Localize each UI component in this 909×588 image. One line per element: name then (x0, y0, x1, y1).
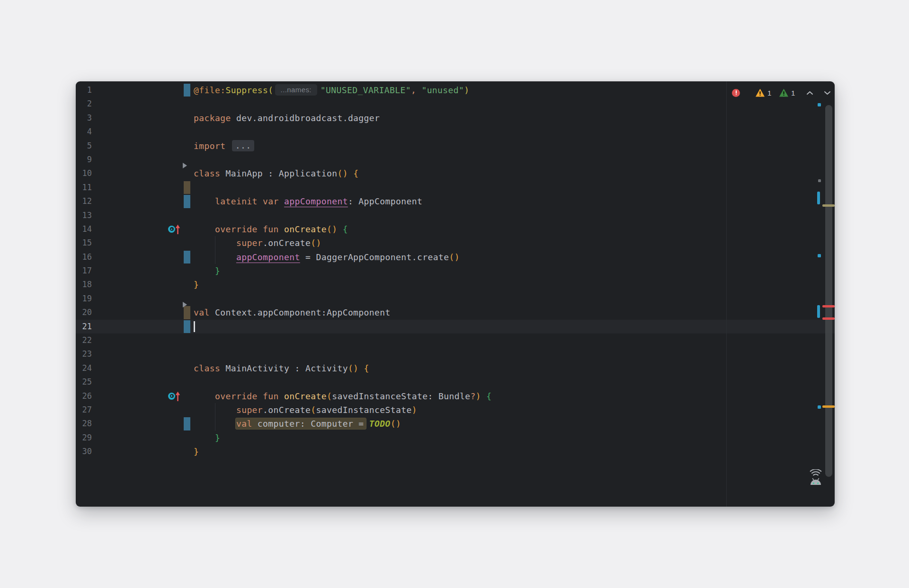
line-number[interactable]: 15 (76, 236, 92, 250)
line-number[interactable]: 5 (76, 139, 92, 153)
code-line[interactable]: 12 lateinit var appComponent: AppCompone… (76, 194, 835, 208)
code-line[interactable]: 2 (76, 97, 835, 111)
code-text[interactable]: super.onCreate() (194, 236, 321, 250)
code-line[interactable]: 22 (76, 333, 835, 347)
vcs-change-marker[interactable] (184, 417, 190, 430)
code-text[interactable]: override fun onCreate(savedInstanceState… (194, 389, 491, 403)
code-line[interactable]: 18} (76, 278, 835, 291)
code-line[interactable]: 17 } (76, 264, 835, 278)
code-line[interactable]: 1@file:Suppress(...names:"UNUSED_VARIABL… (76, 83, 835, 97)
line-number[interactable]: 28 (76, 417, 92, 430)
code-line[interactable]: 30} (76, 445, 835, 458)
line-number[interactable]: 24 (76, 361, 92, 375)
line-number[interactable]: 12 (76, 194, 92, 208)
vcs-change-marker[interactable] (184, 320, 190, 333)
line-number[interactable]: 11 (76, 181, 92, 194)
override-method-icon[interactable] (168, 391, 181, 402)
code-line[interactable]: 15 super.onCreate() (76, 236, 835, 250)
code-line[interactable]: 29 } (76, 431, 835, 445)
change-mark[interactable] (818, 103, 821, 106)
scrollbar-thumb[interactable] (825, 105, 832, 477)
line-number[interactable]: 1 (76, 83, 92, 97)
change-mark[interactable] (818, 254, 821, 257)
code-text[interactable]: lateinit var appComponent: AppComponent (194, 194, 422, 208)
line-number[interactable]: 18 (76, 278, 92, 291)
code-text[interactable]: class MainActivity : Activity() { (194, 361, 369, 375)
folded-imports-placeholder[interactable]: ... (232, 140, 255, 151)
code-line[interactable]: 21 (76, 320, 835, 333)
parameter-name-hint[interactable]: ...names: (275, 84, 317, 96)
chevron-down-icon[interactable] (823, 89, 831, 97)
fold-arrow-icon[interactable] (183, 302, 187, 307)
code-line[interactable]: 11 (76, 181, 835, 194)
line-number[interactable]: 2 (76, 97, 92, 111)
code-text[interactable]: val computer: Computer = TODO() (194, 417, 401, 430)
code-line[interactable]: 3package dev.androidbroadcast.dagger (76, 111, 835, 125)
error-icon[interactable] (732, 89, 740, 97)
warning-count[interactable]: 1 (767, 89, 772, 97)
code-line[interactable]: 26 override fun onCreate(savedInstanceSt… (76, 389, 835, 403)
info-mark[interactable] (818, 179, 821, 182)
line-number[interactable]: 26 (76, 389, 92, 403)
code-text[interactable]: super.onCreate(savedInstanceState) (194, 403, 417, 417)
code-line[interactable]: 10class MainApp : Application() { (76, 167, 835, 180)
code-text[interactable]: val Context.appComponent:AppComponent (194, 306, 391, 319)
inspection-widget[interactable]: 1 1 (732, 87, 831, 99)
warning-mark[interactable] (822, 204, 835, 207)
line-number[interactable]: 23 (76, 347, 92, 361)
code-line[interactable]: 13 (76, 209, 835, 222)
error-mark[interactable] (822, 305, 835, 307)
line-number[interactable]: 17 (76, 264, 92, 278)
line-number[interactable]: 21 (76, 320, 92, 333)
code-text[interactable]: package dev.androidbroadcast.dagger (194, 111, 380, 125)
code-text[interactable]: class MainApp : Application() { (194, 167, 358, 180)
fold-arrow-icon[interactable] (183, 163, 187, 168)
code-line[interactable]: 20val Context.appComponent:AppComponent (76, 306, 835, 319)
line-number[interactable]: 16 (76, 250, 92, 264)
line-number[interactable]: 22 (76, 333, 92, 347)
code-line[interactable]: 14 override fun onCreate() { (76, 222, 835, 236)
line-number[interactable]: 14 (76, 222, 92, 236)
vcs-change-marker[interactable] (184, 251, 190, 263)
error-mark[interactable] (822, 317, 835, 320)
code-line[interactable]: 5import ... (76, 139, 835, 153)
vcs-change-marker[interactable] (184, 84, 190, 97)
code-line[interactable]: 24class MainActivity : Activity() { (76, 361, 835, 375)
line-number[interactable]: 27 (76, 403, 92, 417)
line-number[interactable]: 19 (76, 292, 92, 306)
code-line[interactable]: 9 (76, 153, 835, 167)
vcs-change-marker[interactable] (184, 195, 190, 208)
code-text[interactable]: appComponent = DaggerAppComponent.create… (194, 250, 460, 264)
change-mark[interactable] (817, 305, 820, 318)
code-text[interactable]: } (194, 445, 199, 458)
warning-mark[interactable] (822, 405, 835, 408)
weak-warning-icon[interactable] (779, 89, 788, 97)
line-number[interactable]: 25 (76, 375, 92, 389)
line-number[interactable]: 29 (76, 431, 92, 445)
line-number[interactable]: 4 (76, 125, 92, 139)
line-number[interactable]: 9 (76, 153, 92, 167)
change-mark[interactable] (818, 405, 821, 409)
line-number[interactable]: 10 (76, 167, 92, 180)
change-mark[interactable] (817, 192, 820, 204)
vcs-change-marker[interactable] (184, 306, 190, 319)
code-line[interactable]: 16 appComponent = DaggerAppComponent.cre… (76, 250, 835, 264)
code-text[interactable]: override fun onCreate() { (194, 222, 348, 236)
code-text[interactable]: } (194, 278, 199, 291)
code-text[interactable]: } (194, 431, 220, 445)
line-number[interactable]: 30 (76, 445, 92, 458)
android-device-icon[interactable] (807, 469, 825, 489)
weak-warning-count[interactable]: 1 (791, 89, 795, 97)
warning-icon[interactable] (756, 89, 765, 97)
code-line[interactable]: 25 (76, 375, 835, 389)
line-number[interactable]: 3 (76, 111, 92, 125)
code-text[interactable]: @file:Suppress(...names:"UNUSED_VARIABLE… (194, 83, 470, 97)
override-method-icon[interactable] (168, 224, 181, 235)
vcs-change-marker[interactable] (184, 181, 190, 194)
code-line[interactable]: 23 (76, 347, 835, 361)
code-line[interactable]: 27 super.onCreate(savedInstanceState) (76, 403, 835, 417)
code-line[interactable]: 19 (76, 292, 835, 306)
code-line[interactable]: 4 (76, 125, 835, 139)
line-number[interactable]: 13 (76, 209, 92, 222)
chevron-up-icon[interactable] (806, 89, 813, 97)
